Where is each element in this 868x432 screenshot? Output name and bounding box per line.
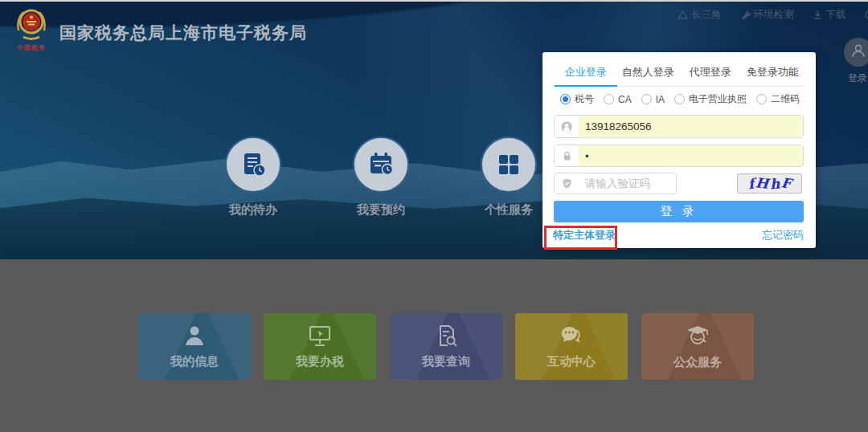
auth-method-group: 税号 CA IA 电子营业执照 二维码 (560, 92, 808, 106)
nav-label: 环境检测 (754, 8, 794, 22)
auth-method-tax-id[interactable]: 税号 (560, 92, 594, 106)
radio-icon (641, 94, 652, 104)
nav-item-download[interactable]: 下载 (813, 8, 846, 22)
captcha-char: H (755, 174, 769, 192)
tile-interaction-center[interactable]: 互动中心 (515, 313, 628, 380)
nav-label: 下载 (826, 8, 846, 22)
nav-item-help[interactable]: ? 帮 (865, 8, 868, 22)
graduate-service-icon (683, 323, 712, 352)
nav-label: 长三角 (691, 8, 722, 22)
delta-triangle-icon (678, 10, 688, 20)
auth-method-e-license[interactable]: 电子营业执照 (674, 92, 747, 106)
login-panel: 企业登录 自然人登录 代理登录 免登录功能 税号 CA IA 电子营业执照 (542, 52, 816, 248)
auth-method-label: 电子营业执照 (689, 92, 747, 106)
tile-do-tax[interactable]: 我要办税 (264, 313, 376, 380)
user-icon (181, 324, 208, 351)
forgot-password-link[interactable]: 忘记密码 (762, 228, 804, 242)
service-appointment: 我要预约 (333, 137, 429, 218)
auth-method-ca[interactable]: CA (604, 94, 632, 105)
service-my-todo: 我的待办 (205, 137, 301, 218)
captcha-input[interactable] (579, 173, 676, 194)
auth-method-label: IA (656, 94, 665, 105)
tax-emblem-icon (13, 31, 50, 44)
lock-icon (555, 145, 579, 166)
radio-icon (756, 94, 767, 104)
page: 中国税务 国家税务总局上海市电子税务局 长三角 环境检测 下载 (0, 0, 868, 432)
login-tabs: 企业登录 自然人登录 代理登录 免登录功能 (555, 52, 804, 87)
grid-apps-icon[interactable] (481, 137, 537, 193)
tile-public-service[interactable]: 公众服务 (641, 313, 754, 380)
download-icon (813, 10, 823, 20)
top-border (0, 0, 868, 2)
tile-label: 互动中心 (547, 354, 596, 369)
service-label[interactable]: 我的待办 (205, 202, 301, 218)
wrench-icon (740, 10, 751, 20)
logo-caption: 中国税务 (13, 43, 50, 52)
top-nav: 长三角 环境检测 下载 ? 帮 (678, 8, 868, 22)
radio-icon (604, 94, 614, 104)
site-title: 国家税务总局上海市电子税务局 (59, 22, 307, 44)
auth-method-label: 二维码 (771, 92, 800, 106)
tab-no-login-functions[interactable]: 免登录功能 (742, 52, 805, 86)
nav-item-delta-region[interactable]: 长三角 (678, 8, 722, 22)
captcha-image[interactable]: f H h F (737, 173, 802, 194)
captcha-char: h (769, 175, 780, 192)
captcha-row (554, 173, 677, 194)
password-input[interactable] (579, 145, 803, 166)
chat-bubbles-icon (557, 324, 586, 351)
login-button[interactable]: 登 录 (554, 201, 804, 222)
tile-label: 我要查询 (422, 354, 470, 369)
username-input[interactable] (579, 116, 803, 137)
radio-icon (674, 94, 685, 104)
radio-selected-icon (560, 94, 571, 104)
login-avatar-button[interactable] (844, 38, 868, 67)
auth-method-label: 税号 (575, 92, 594, 106)
tile-label: 公众服务 (674, 355, 722, 370)
special-entity-login-link[interactable]: 特定主体登录 (553, 228, 616, 242)
captcha-char: F (780, 174, 792, 192)
tile-label: 我要办税 (296, 354, 344, 369)
appointment-calendar-icon[interactable] (353, 137, 409, 193)
captcha-char: f (747, 175, 755, 192)
auth-method-label: CA (618, 94, 632, 105)
tab-agent-login[interactable]: 代理登录 (679, 52, 742, 86)
tile-label: 我的信息 (170, 354, 219, 369)
person-icon (555, 116, 579, 137)
tab-individual-login[interactable]: 自然人登录 (617, 52, 680, 86)
tab-enterprise-login[interactable]: 企业登录 (555, 52, 617, 86)
monitor-cursor-icon (305, 324, 334, 351)
auth-method-qrcode[interactable]: 二维码 (756, 92, 800, 106)
username-row (554, 115, 804, 138)
shield-icon (555, 173, 579, 194)
help-icon: ? (865, 10, 868, 20)
bottom-section: 我的信息 我要办税 我要查询 (0, 259, 868, 432)
tile-query[interactable]: 我要查询 (390, 313, 502, 380)
tax-bureau-logo: 中国税务 (13, 6, 50, 52)
avatar-login-label[interactable]: 登录 (848, 71, 867, 85)
password-row (554, 145, 804, 167)
document-search-icon (433, 324, 459, 351)
todo-document-icon[interactable] (225, 137, 281, 193)
person-circle-icon (850, 42, 867, 63)
nav-item-env-check[interactable]: 环境检测 (740, 8, 794, 22)
service-label[interactable]: 我要预约 (333, 202, 429, 218)
auth-method-ia[interactable]: IA (641, 94, 665, 105)
tile-my-info[interactable]: 我的信息 (138, 313, 251, 380)
